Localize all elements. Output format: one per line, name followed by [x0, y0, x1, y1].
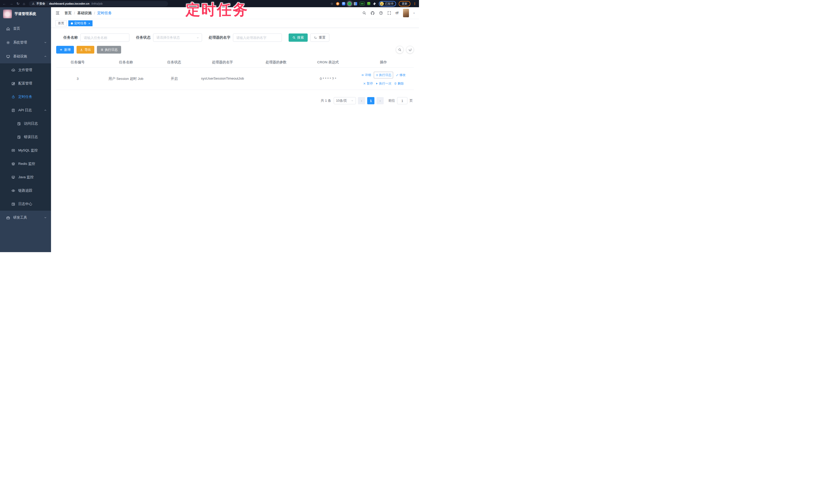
edit-link[interactable]: 修改: [396, 73, 406, 77]
job-name-input[interactable]: [81, 34, 129, 42]
search-icon[interactable]: [362, 11, 366, 15]
extensions-puzzle-icon[interactable]: [373, 2, 376, 5]
active-dot: [71, 22, 73, 24]
add-button[interactable]: 新增: [56, 46, 74, 54]
user-avatar[interactable]: [403, 9, 409, 17]
jobs-table: 任务编号 任务名称 任务状态 处理器的名字 处理器的参数 CRON 表达式 操作…: [56, 57, 414, 90]
back-icon[interactable]: ←: [3, 2, 6, 5]
extension-icon-blue[interactable]: [342, 2, 345, 5]
tag-scheduled-jobs[interactable]: 定时任务 ×: [68, 20, 92, 26]
reload-icon[interactable]: ↻: [17, 2, 20, 5]
chevron-down-icon: [196, 36, 199, 39]
sidebar-item-java-monitor[interactable]: Java 监控: [0, 170, 51, 184]
cell-job-id: 3: [56, 77, 99, 80]
close-icon[interactable]: ×: [88, 22, 90, 25]
security-label[interactable]: 不安全: [36, 2, 45, 6]
col-actions: 操作: [353, 57, 414, 68]
extension-icon-sprout[interactable]: [367, 2, 370, 5]
next-page-button[interactable]: ›: [377, 97, 384, 104]
refresh-icon: [408, 48, 412, 52]
exec-log-link[interactable]: 执行日志: [374, 72, 393, 78]
sidebar-item-home[interactable]: 首页: [0, 22, 51, 36]
profile-chip[interactable]: 已暂停: [379, 1, 396, 6]
sidebar-item-config-manage[interactable]: 配置管理: [0, 77, 51, 90]
export-button[interactable]: 导出: [76, 46, 94, 54]
list-icon: [100, 48, 103, 51]
prev-page-button[interactable]: ‹: [358, 97, 365, 104]
cell-job-name: 用户 Session 超时 Job: [99, 76, 153, 81]
sidebar-item-redis-monitor[interactable]: Redis 监控: [0, 157, 51, 170]
extension-icon-grid[interactable]: [354, 2, 357, 5]
header-actions: tT ▾: [362, 9, 415, 17]
refresh-icon: [314, 36, 317, 39]
browser-menu-icon[interactable]: ⋮: [413, 2, 416, 6]
tag-home[interactable]: 首页: [55, 20, 67, 26]
edit-square-icon: [11, 82, 15, 86]
browser-chrome: ← → ↻ ⌂ ⚠ 不安全 dashboard.yudao.iocoder.cn…: [0, 0, 419, 7]
sidebar-item-access-log[interactable]: 访问日志: [0, 117, 51, 130]
bookmark-star-icon[interactable]: ☆: [330, 2, 333, 6]
chevron-up-icon: [44, 55, 47, 58]
current-page-button[interactable]: 1: [367, 97, 374, 104]
run-once-link[interactable]: 执行一次: [376, 82, 391, 86]
address-bar[interactable]: ⚠ 不安全 dashboard.yudao.iocoder.cn /infra/…: [29, 1, 168, 6]
sidebar-item-mysql-monitor[interactable]: MySQL 监控: [0, 144, 51, 157]
chevron-down-icon: [44, 216, 47, 219]
page-size-select[interactable]: 10条/页: [334, 97, 356, 104]
pause-link[interactable]: 暂停: [363, 82, 373, 86]
logo-row: 芋道管理系统: [0, 7, 51, 21]
chevron-up-icon: [44, 109, 47, 112]
sidebar-item-log-center[interactable]: 日志中心: [0, 197, 51, 211]
url-path: /infra/job: [91, 2, 103, 5]
exec-log-button[interactable]: 执行日志: [97, 46, 121, 54]
sidebar-fold-icon[interactable]: [55, 11, 60, 15]
trash-icon: [394, 82, 397, 85]
sidebar-item-scheduled-jobs[interactable]: 定时任务: [0, 90, 51, 104]
avatar-caret-icon[interactable]: ▾: [413, 12, 415, 14]
github-icon[interactable]: [370, 11, 375, 15]
job-status-select[interactable]: 请选择任务状态: [153, 34, 202, 42]
extension-icon-green[interactable]: [348, 2, 351, 5]
cell-handler-name: sysUserSessionTimeoutJob: [196, 75, 249, 82]
search-icon: [293, 36, 296, 39]
fullscreen-icon[interactable]: [387, 11, 391, 15]
log-pen-icon: [11, 202, 15, 206]
eye-icon: [11, 189, 15, 193]
warning-icon: ⚠: [32, 2, 35, 5]
forward-icon[interactable]: →: [10, 2, 13, 5]
sidebar-item-error-log[interactable]: 错误日志: [0, 130, 51, 144]
eye-icon: [361, 74, 364, 76]
extension-on-badge[interactable]: on: [360, 2, 365, 5]
search-button[interactable]: 搜索: [289, 34, 308, 42]
sidebar-item-infra[interactable]: 基础设施: [0, 50, 51, 64]
home-icon[interactable]: ⌂: [23, 2, 25, 5]
browser-update-button[interactable]: 更新: [399, 1, 411, 6]
sidebar-item-dev-tools[interactable]: 研发工具: [0, 211, 51, 224]
toggle-search-button[interactable]: [396, 46, 404, 54]
pencil-icon: [396, 74, 399, 76]
sidebar-item-file-manage[interactable]: 文件管理: [0, 64, 51, 77]
sidebar-item-api-log[interactable]: API 日志: [0, 104, 51, 117]
breadcrumb-infra[interactable]: 基础设施: [77, 11, 92, 15]
font-size-icon[interactable]: tT: [396, 11, 399, 15]
sidebar-item-trace[interactable]: 链路追踪: [0, 184, 51, 197]
delete-link[interactable]: 删除: [394, 82, 404, 86]
refresh-button[interactable]: [406, 46, 414, 54]
reset-button[interactable]: 重置: [310, 34, 329, 42]
gear-icon: [6, 41, 10, 44]
page-unit-label: 页: [409, 98, 413, 103]
table-row: 3 用户 Session 超时 Job 开启 sysUserSessionTim…: [56, 68, 414, 90]
sidebar-item-system[interactable]: 系统管理: [0, 36, 51, 50]
breadcrumb-home[interactable]: 首页: [65, 11, 72, 15]
app-header: 首页 / 基础设施 / 定时任务: [51, 7, 419, 19]
detail-link[interactable]: 详细: [361, 73, 371, 77]
extension-icon-orange[interactable]: [336, 2, 339, 5]
goto-page-input[interactable]: [397, 97, 407, 104]
handler-name-input[interactable]: [233, 34, 282, 42]
house-icon: [6, 27, 10, 31]
screen-monitor-icon: [11, 175, 15, 179]
app-title: 芋道管理系统: [14, 12, 36, 16]
database-monitor-icon: [11, 149, 15, 152]
cell-job-status: 开启: [153, 76, 196, 81]
help-icon[interactable]: [379, 11, 383, 15]
